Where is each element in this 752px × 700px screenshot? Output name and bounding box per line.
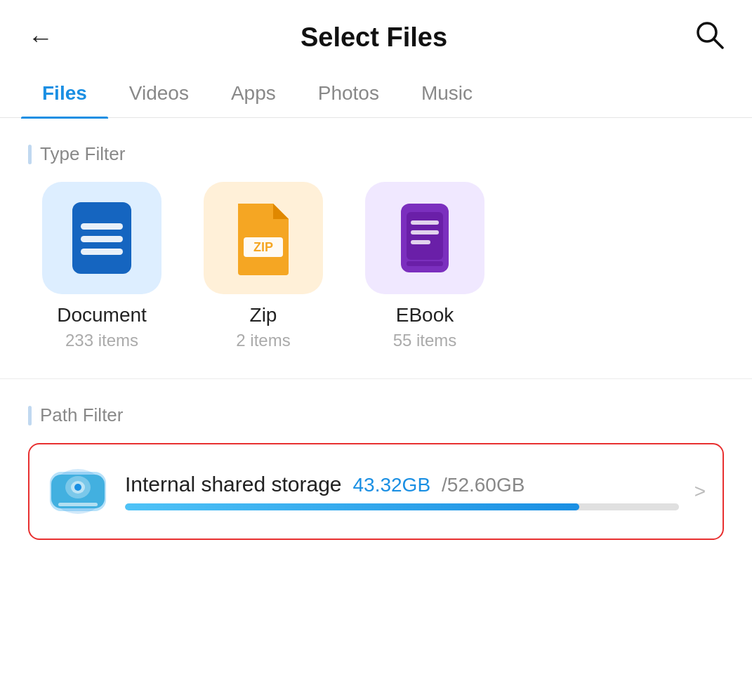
svg-rect-3 <box>81 223 123 230</box>
svg-line-1 <box>714 39 723 48</box>
svg-rect-22 <box>58 503 98 506</box>
document-icon-bg <box>42 182 161 294</box>
svg-rect-11 <box>411 230 439 235</box>
storage-drive-svg <box>47 461 109 522</box>
ebook-type-count: 55 items <box>393 331 457 350</box>
section-bar-icon <box>28 145 32 164</box>
zip-svg: ZIP <box>230 199 297 277</box>
tab-apps[interactable]: Apps <box>210 70 297 117</box>
back-button[interactable]: ← <box>28 25 53 51</box>
path-filter-section-title: Path Filter <box>0 379 752 443</box>
ebook-type-name: EBook <box>396 304 454 326</box>
ebook-icon-bg <box>365 182 484 294</box>
type-item-ebook[interactable]: EBook 55 items <box>365 182 484 350</box>
zip-icon-bg: ZIP <box>204 182 323 294</box>
type-filter-section-title: Type Filter <box>0 118 752 182</box>
type-item-document[interactable]: Document 233 items <box>42 182 161 350</box>
svg-text:ZIP: ZIP <box>253 240 273 254</box>
page-title: Select Files <box>301 22 447 53</box>
tab-music[interactable]: Music <box>400 70 494 117</box>
svg-rect-4 <box>81 236 123 242</box>
storage-name: Internal shared storage <box>125 473 342 496</box>
path-filter-grid: Internal shared storage 43.32GB /52.60GB… <box>0 443 752 540</box>
tab-bar: Files Videos Apps Photos Music <box>0 70 752 118</box>
storage-icon <box>46 460 110 523</box>
storage-bar-fill <box>125 503 579 510</box>
storage-info: Internal shared storage 43.32GB /52.60GB <box>125 473 679 510</box>
storage-item-internal[interactable]: Internal shared storage 43.32GB /52.60GB… <box>28 443 724 540</box>
document-type-name: Document <box>57 304 147 326</box>
header: ← Select Files <box>0 0 752 70</box>
tab-videos[interactable]: Videos <box>108 70 210 117</box>
zip-type-count: 2 items <box>236 331 290 350</box>
tab-files[interactable]: Files <box>21 70 108 117</box>
zip-type-name: Zip <box>250 304 277 326</box>
section-bar-icon-2 <box>28 406 32 425</box>
svg-point-21 <box>74 484 81 491</box>
ebook-svg <box>391 199 459 277</box>
svg-rect-12 <box>411 240 430 244</box>
storage-name-row: Internal shared storage 43.32GB /52.60GB <box>125 473 679 496</box>
storage-bar-bg <box>125 503 679 510</box>
svg-rect-5 <box>81 249 123 255</box>
type-filter-grid: Document 233 items ZIP Zip 2 items <box>0 182 752 364</box>
storage-total: /52.60GB <box>442 474 525 496</box>
svg-rect-9 <box>407 212 443 260</box>
tab-photos[interactable]: Photos <box>297 70 400 117</box>
storage-used: 43.32GB <box>353 474 431 496</box>
document-type-count: 233 items <box>65 331 138 350</box>
search-icon[interactable] <box>694 20 724 55</box>
svg-rect-10 <box>411 220 439 225</box>
document-svg <box>67 199 137 277</box>
chevron-right-icon: > <box>694 480 706 503</box>
type-item-zip[interactable]: ZIP Zip 2 items <box>204 182 323 350</box>
svg-rect-14 <box>407 261 443 266</box>
